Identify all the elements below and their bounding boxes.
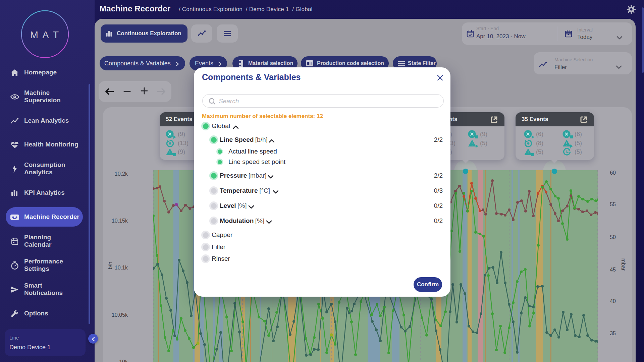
svg-text:M A T: M A T [30,29,60,40]
